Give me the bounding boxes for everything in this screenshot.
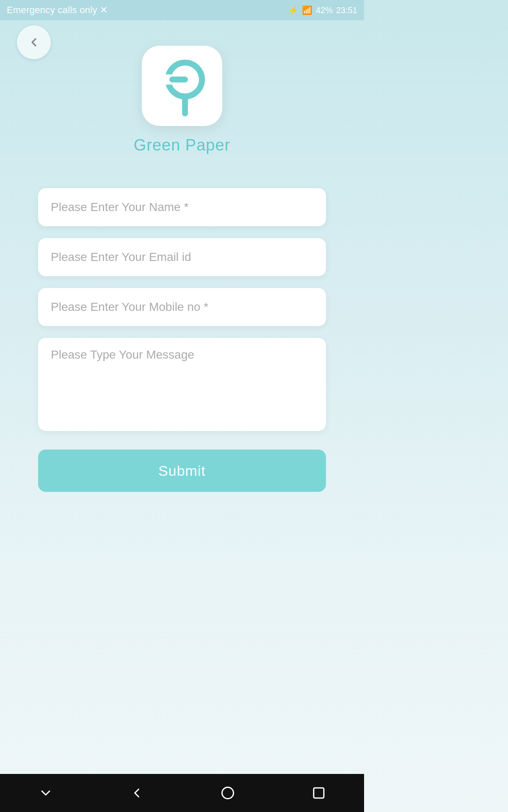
nav-back-icon[interactable] xyxy=(124,780,149,806)
logo-container xyxy=(142,46,222,126)
svg-point-4 xyxy=(222,787,233,799)
app-name: Green Paper xyxy=(134,136,231,154)
status-right: ⚡ 📶 42% 23:51 xyxy=(288,5,357,15)
nav-down-icon[interactable] xyxy=(33,780,58,806)
signal-icon: 📶 xyxy=(302,5,312,15)
bluetooth-icon: ⚡ xyxy=(288,5,298,15)
chevron-left-icon xyxy=(27,36,41,49)
mobile-input[interactable] xyxy=(38,288,326,326)
message-input[interactable] xyxy=(38,338,326,431)
name-input[interactable] xyxy=(38,188,326,226)
logo-area: Green Paper xyxy=(0,46,364,154)
form-area: Submit xyxy=(0,188,364,492)
status-left-text: Emergency calls only ✕ xyxy=(7,5,108,16)
time-text: 23:51 xyxy=(336,5,357,15)
battery-text: 42% xyxy=(316,5,333,15)
svg-rect-5 xyxy=(314,788,324,798)
bottom-nav xyxy=(0,774,364,812)
nav-home-icon[interactable] xyxy=(215,780,240,806)
submit-button[interactable]: Submit xyxy=(38,450,326,492)
back-button[interactable] xyxy=(17,25,51,59)
nav-square-icon[interactable] xyxy=(306,780,331,806)
email-input[interactable] xyxy=(38,238,326,276)
status-bar: Emergency calls only ✕ ⚡ 📶 42% 23:51 xyxy=(0,0,364,20)
app-logo xyxy=(155,54,210,118)
